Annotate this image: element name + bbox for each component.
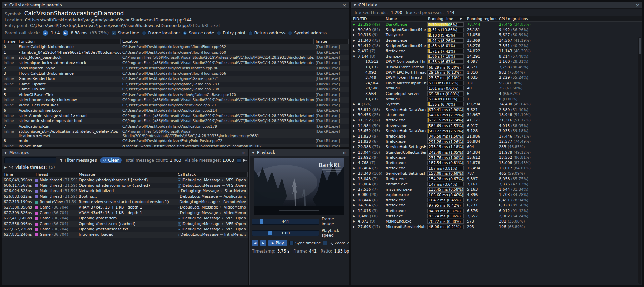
function-name[interactable]: Game::Update (17, 82, 121, 87)
next-frame-button[interactable]: ▶ (260, 240, 266, 246)
cpu-titlebar[interactable]: ▼ CPU data × (351, 2, 642, 9)
show-frame-checkbox[interactable]: Show frame (237, 158, 248, 163)
collapse-icon[interactable]: ▼ (354, 3, 356, 7)
message-callstack[interactable]: DebugLog::Message ← VFS::Open (176, 221, 248, 227)
expand-icon[interactable]: ▶ (353, 44, 356, 47)
radio-entry-point[interactable]: Entry point (217, 31, 245, 35)
collapse-icon[interactable]: ▼ (4, 3, 7, 7)
radio-symbol-address[interactable]: Symbol address (288, 31, 327, 35)
cpu-row[interactable]: ▶ 1,488 (10) csrss.exe 83.74 ms (0.36%) … (351, 213, 642, 219)
callstack-frame-row[interactable]: 1 <lambda_84a19dc444fae966ca174e83e708bd… (2, 50, 349, 55)
message-row[interactable]: 627,831,246ns Game (36,704) Intro menu l… (2, 232, 248, 238)
expand-icon[interactable]: ▶ (353, 209, 356, 212)
show-time-checkbox[interactable]: ✓ Show time (112, 31, 139, 35)
cpu-row[interactable]: ▶ 30,160 (84) ScriptedSandbox64.exe 2.51… (351, 27, 642, 33)
source-location[interactable]: d:\agent\_work\63\s\src\vctools\crt\vcst… (121, 144, 314, 147)
cpu-row[interactable]: ▶ 13,048 (7) firefox.exe 154.28 ms (0.67… (351, 176, 642, 182)
message-row[interactable]: 626,833,622ns Main thread (31,596) Booti… (2, 194, 248, 199)
message-row[interactable]: 627,399,326ns Game (36,704) VRAM 43x45: … (2, 210, 248, 216)
prev-parent-button[interactable]: ◀ (43, 30, 48, 36)
function-name[interactable]: Game::RenderFloor (17, 76, 121, 82)
cpu-row[interactable]: 10,512 DWM Compositor Threa 1.53 s (6.63… (351, 59, 642, 64)
sync-timeline-checkbox[interactable]: Sync timeline (289, 241, 321, 245)
cpu-row[interactable]: ▶ 18,444 (6) firefox.exe 104.2 ms (0.45%… (351, 198, 642, 203)
message-callstack[interactable]: DebugLog::Message ← VFS::Open (176, 227, 248, 232)
message-row[interactable]: 606,049,398ns Main thread (31,596) Openi… (2, 177, 248, 183)
expand-icon[interactable]: ▶ (353, 161, 356, 164)
prev-frame-button[interactable]: ◀ (252, 240, 258, 246)
expand-icon[interactable]: ▶ (353, 172, 356, 175)
expand-icon[interactable]: ▶ (353, 124, 356, 127)
message-callstack[interactable]: DebugLog::Message ← VFS::Open (176, 177, 248, 183)
cpu-row[interactable]: 4,092 DWM LPC Port Thread 29.16 ms (0.13… (351, 70, 642, 75)
function-name[interactable]: Floor::CalcLightNoLuminance (17, 71, 121, 76)
source-location[interactable]: C:\Program Files (x86)\Microsoft Visual … (121, 97, 314, 103)
function-name[interactable]: std::unique_ptr<Application,std::default… (17, 129, 121, 138)
source-location[interactable]: C:\Users\wolf\Desktop\darkrl\src\game\Ga… (121, 76, 314, 82)
scrollbar-handle[interactable] (639, 38, 641, 54)
clear-button[interactable]: ↺ Clear (100, 157, 122, 163)
source-location[interactable]: C:\Users\wolf\Desktop\darkrl\src\Applica… (121, 124, 314, 129)
message-callstack[interactable]: DebugLog::Message ← IntroMenu:: (176, 232, 248, 238)
callstack-list-icon[interactable] (178, 206, 179, 210)
function-name[interactable]: Floor::CalcLightNoLuminance (17, 44, 121, 50)
source-location[interactable]: C:\Users\wolf\Desktop\darkrl\src\game\fl… (121, 71, 314, 76)
function-name[interactable]: std::atomic<bool>::operator bool (17, 118, 121, 124)
callstack-frame-row[interactable]: 8 main C:\Users\wolf\Desktop\darkrl\src\… (2, 138, 349, 144)
expand-icon[interactable]: ▶ (353, 103, 356, 106)
function-name[interactable]: Application::InnerLoop (17, 108, 121, 113)
callstack-list-icon[interactable] (178, 195, 178, 199)
expand-icon[interactable]: ▶ (353, 177, 356, 181)
source-location[interactable]: C:\Users\wolf\Desktop\darkrl\src\game\fl… (121, 44, 314, 50)
frame-image-slider[interactable]: 441 (252, 219, 319, 225)
cpu-row[interactable]: ▶ 22,396 (49) DarkRL.exe 2.79 s (12.06%)… (351, 22, 642, 27)
close-icon[interactable]: × (342, 3, 346, 8)
callstack-frame-row[interactable]: inline std::chrono::steady_clock::now C:… (2, 97, 349, 103)
playback-titlebar[interactable]: ▼ Playback × (250, 149, 349, 156)
message-callstack[interactable]: DebugLog::Message ← VideoMemo (176, 205, 248, 210)
callstack-frame-row[interactable]: 3 Floor::CalcLightNoLuminance C:\Users\w… (2, 71, 349, 76)
cpu-row[interactable]: ▶ 13,044 (10) StandardCollector.Servic 2… (351, 149, 642, 155)
cpu-row[interactable]: ▶ 2,492 (7) firefox.exe 1.71 s (7.42%) 2… (351, 48, 642, 54)
cpu-row[interactable]: ▶ 14,984 (50) devenv.exe 584.69 ms (2.53… (351, 123, 642, 128)
callstack-frame-row[interactable]: 7 Application::Run C:\Users\wolf\Desktop… (2, 124, 349, 129)
callstack-frame-row[interactable]: 2 TaskDispatch::Sync C:\Users\wolf\Deskt… (2, 66, 349, 71)
callstack-list-icon[interactable] (178, 222, 181, 226)
cpu-row[interactable]: ▼ 7,144 (8) dwm.exe 1.66 s (7.18%) 14,29… (351, 54, 642, 59)
cpu-row[interactable]: 13,132 uDWM Event Thread 68.29 ms (0.30%… (351, 64, 642, 70)
callstack-frame-row[interactable]: inline std::atomic<bool>::operator bool … (2, 118, 349, 124)
cpu-row[interactable]: ▶ 30,456 (25) steam.exe 643.61 ms (2.79%… (351, 112, 642, 118)
callstack-list-icon[interactable] (178, 178, 181, 182)
cpu-row[interactable]: ▶ 27,696 (17) Microsoft.ServiceHub.Co 48… (351, 224, 642, 230)
function-name[interactable]: Video::GetTicksHiRes (17, 103, 121, 108)
callstack-frame-row[interactable]: inline std::_Mutex_base::lock C:\Program… (2, 55, 349, 60)
message-row[interactable]: 627,667,736ns Game (36,704) Opening /met… (2, 227, 248, 232)
cpu-row[interactable]: ▶ 11,152 (12) firefox.exe 632.15 ms (2.7… (351, 118, 642, 123)
col-cpu-migrations[interactable]: CPU migrations (497, 16, 642, 21)
expand-icon[interactable]: ▶ (353, 129, 356, 132)
expand-icon[interactable]: ▼ (353, 55, 356, 58)
cpu-row[interactable]: ▶ 27,536 (7) msvsmon.exe 133.45 ms (0.58… (351, 187, 642, 192)
cpu-row[interactable]: ▶ 4,768 (7) firefox.exe 187.54 ms (0.81%… (351, 160, 642, 166)
message-callstack[interactable]: DebugLog::Message ← VFS::Open (176, 216, 248, 221)
function-name[interactable]: std::_Atomic_storage<bool,1>::load (17, 113, 121, 119)
collapse-icon[interactable]: ▼ (4, 151, 7, 154)
expand-icon[interactable]: ▶ (353, 188, 356, 191)
cpu-row[interactable]: ▶ 15,652 (43) ServiceHub.DataWareho 580.… (351, 128, 642, 134)
source-location[interactable]: C:\Users\wolf\Desktop\darkrl\src\game\Ga… (121, 82, 314, 87)
playback-speed-slider[interactable]: 1.00 (252, 230, 319, 236)
source-location[interactable]: C:\Program Files (x86)\Microsoft Visual … (121, 129, 314, 138)
callstack-frame-row[interactable]: inline invoke_main d:\agent\_work\63\s\s… (2, 144, 349, 147)
expand-icon[interactable]: ▶ (353, 113, 356, 116)
source-location[interactable]: C:\Users\wolf\Desktop\darkrl\src\video\V… (121, 103, 314, 108)
cpu-row[interactable]: ▶ 14,784 (5) firefox.exe 97.95 ms (0.42%… (351, 203, 642, 208)
expand-icon[interactable]: ▶ (353, 140, 356, 143)
function-name[interactable]: Application::Run (17, 124, 121, 129)
callstack-frame-row[interactable]: inline Game::RenderFloor C:\Users\wolf\D… (2, 76, 349, 82)
callstack-list-icon[interactable] (178, 211, 179, 215)
callstack-frame-row[interactable]: inline std::_Atomic_storage<bool,1>::loa… (2, 113, 349, 119)
cpu-row[interactable]: ▶ 16,464 (7) firefox.exe 187 ms (0.81%) … (351, 166, 642, 171)
message-callstack[interactable]: DebugLog::Message ← VFS::Open (176, 183, 248, 188)
source-location[interactable]: C:\Users\wolf\Desktop\darkrl\src\video\g… (121, 92, 314, 98)
expand-icon[interactable]: ▶ (353, 204, 356, 207)
